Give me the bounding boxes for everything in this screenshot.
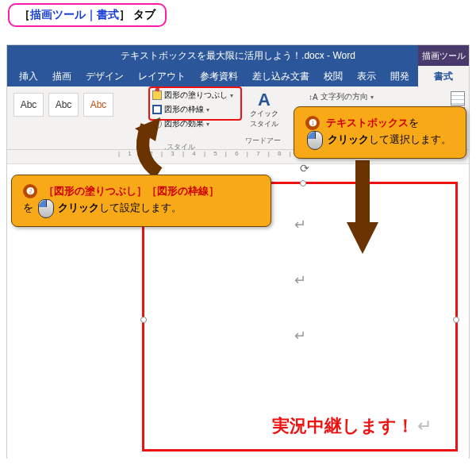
ribbon-tabs: 挿入 描画 デザイン レイアウト 参考資料 差し込み文書 校閲 表示 開発 ヘル…: [7, 66, 469, 86]
chevron-down-icon: ▾: [206, 106, 209, 113]
tab-review[interactable]: 校閲: [317, 66, 350, 86]
textbox-content: 実況中継します！↵: [272, 414, 432, 438]
selection-handle[interactable]: [453, 317, 459, 323]
mouse-icon: [307, 131, 323, 150]
mouse-icon: [38, 199, 54, 218]
paragraph-mark-icon: ↵: [294, 271, 306, 289]
group-label-wordart: ワードアー: [245, 136, 281, 146]
live-text: 実況中継します！: [272, 416, 414, 436]
callout2-red: ［図形の塗りつぶし］［図形の枠線］: [44, 185, 219, 197]
tab-insert[interactable]: 挿入: [12, 66, 45, 86]
tab-references[interactable]: 参考資料: [193, 66, 245, 86]
bracket-close: ］: [119, 8, 130, 21]
callout2-tail: して設定します。: [99, 202, 182, 213]
instruction-tab-label: ［描画ツール｜書式］ タブ: [8, 3, 167, 27]
shape-outline-label: 図形の枠線: [164, 104, 204, 115]
letter-a-icon: A: [245, 91, 283, 109]
callout1-bold: クリック: [328, 133, 369, 145]
window-title: テキストボックスを最大限に活用しよう！.docx - Word: [121, 49, 355, 63]
shape-fill-label: 図形の塗りつぶし: [164, 90, 228, 101]
tab-mailings[interactable]: 差し込み文書: [245, 66, 317, 86]
selection-handle[interactable]: [300, 180, 306, 186]
shape-styles-gallery[interactable]: Abc Abc Abc: [7, 86, 117, 118]
callout-step-2: ❷ ［図形の塗りつぶし］［図形の枠線］ を クリックして設定します。: [11, 175, 271, 227]
wordart-quick-styles[interactable]: A クイック スタイル: [245, 91, 283, 129]
callout1-tail1: を: [409, 117, 419, 129]
arrow-down: [343, 160, 382, 256]
tab-view[interactable]: 表示: [350, 66, 383, 86]
shape-style-2[interactable]: Abc: [48, 93, 79, 117]
step-number-2: ❷: [23, 184, 37, 198]
chevron-down-icon: ▾: [230, 92, 233, 99]
callout1-tail2: して選択します。: [369, 133, 451, 145]
tab-draw[interactable]: 描画: [45, 66, 79, 86]
rotate-handle-icon[interactable]: ⟳: [300, 162, 309, 175]
callout2-bold: クリック: [58, 202, 99, 213]
callout1-red: テキストボックス: [326, 117, 409, 129]
chevron-down-icon: ▾: [206, 121, 209, 128]
svg-marker-0: [347, 222, 378, 254]
callout-step-1: ❶ テキストボックスを クリックして選択します。: [294, 106, 466, 159]
position-icon: [451, 91, 465, 106]
selection-handle[interactable]: [140, 317, 147, 323]
outline-icon: [152, 105, 162, 114]
paragraph-mark-icon: ↵: [294, 327, 306, 344]
chevron-down-icon: ▾: [370, 94, 374, 101]
text-direction-button[interactable]: ↕A 文字列の方向 ▾: [309, 91, 374, 102]
paragraph-mark-icon: ↵: [417, 416, 432, 436]
bracket-open: ［: [19, 8, 30, 21]
tab-design[interactable]: デザイン: [79, 66, 131, 86]
quick-styles-label: クイック スタイル: [245, 109, 283, 129]
text-direction-icon: ↕A: [309, 93, 318, 102]
paragraph-mark-icon: ↵: [294, 216, 306, 233]
callout2-mid: を: [23, 202, 36, 213]
tab-format-active[interactable]: 書式: [418, 66, 469, 86]
context-tab-drawing-tools[interactable]: 描画ツール: [418, 45, 469, 66]
shape-style-1[interactable]: Abc: [13, 93, 44, 117]
tab-name-blue: 描画ツール｜書式: [30, 8, 119, 21]
shape-outline-button[interactable]: 図形の枠線 ▾: [150, 102, 236, 117]
step-number-1: ❶: [305, 116, 320, 130]
tab-layout[interactable]: レイアウト: [131, 66, 193, 86]
titlebar: テキストボックスを最大限に活用しよう！.docx - Word 描画ツール: [7, 45, 469, 66]
shape-fill-button[interactable]: 図形の塗りつぶし ▾: [150, 88, 236, 102]
tab-suffix: タブ: [133, 8, 155, 21]
tab-developer[interactable]: 開発: [383, 66, 416, 86]
shape-style-3[interactable]: Abc: [83, 93, 113, 117]
paint-bucket-icon: [152, 90, 162, 100]
text-direction-label: 文字列の方向: [321, 91, 368, 102]
